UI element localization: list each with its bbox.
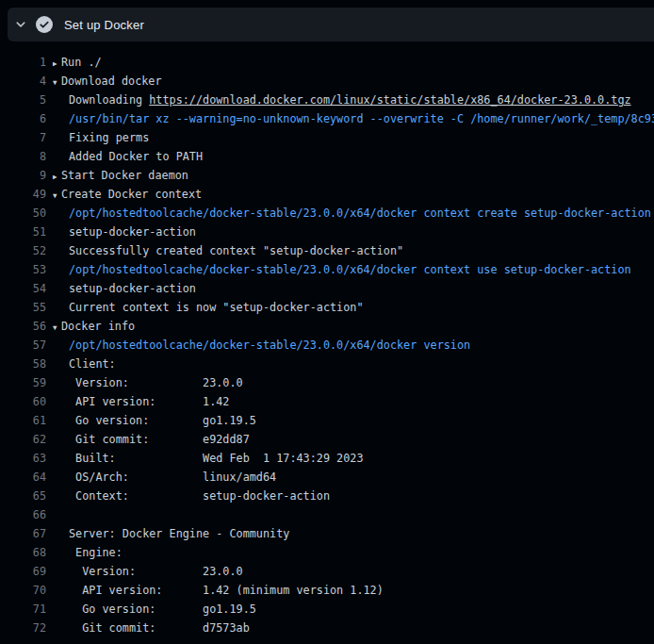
log-group-row: 49▼Create Docker context [0,185,654,204]
log-line-number[interactable]: 49 [0,185,46,204]
log-line-number[interactable]: 68 [0,543,46,562]
log-group-title: Run ./ [61,56,102,69]
log-line-number[interactable]: 55 [0,298,46,317]
log-text: Downloading [69,93,149,107]
log-line: 55Current context is now "setup-docker-a… [0,298,654,317]
log-line: 54setup-docker-action [0,279,654,298]
log-line-number[interactable]: 61 [0,411,46,430]
log-text: Git commit: d7573ab [69,619,250,637]
log-line-number[interactable]: 56 [0,317,46,336]
log-line: 61 Go version: go1.19.5 [0,411,654,430]
log-line-number[interactable]: 6 [0,109,46,128]
log-line: 69 Version: 23.0.0 [0,562,654,581]
log-group-header[interactable]: ▼Create Docker context [53,185,202,204]
group-expanded-triangle-icon: ▼ [53,319,61,336]
step-title: Set up Docker [64,18,144,32]
log-line-number[interactable]: 4 [0,72,46,91]
log-line: 5Downloading https://download.docker.com… [0,91,654,109]
log-line-number[interactable]: 50 [0,204,46,223]
log-group-title: Start Docker daemon [61,169,188,182]
log-group-title: Download docker [61,74,162,88]
log-command-text: /opt/hostedtoolcache/docker-stable/23.0.… [69,336,470,355]
log-line: 68 Engine: [0,543,654,562]
log-text: Client: [69,355,116,373]
log-line: 58Client: [0,355,654,373]
log-command-text: /opt/hostedtoolcache/docker-stable/23.0.… [69,204,651,223]
log-text: API version: 1.42 [69,392,229,411]
log-line: 67Server: Docker Engine - Community [0,524,654,543]
log-line: 59 Version: 23.0.0 [0,373,654,392]
log-line: 6/usr/bin/tar xz --warning=no-unknown-ke… [0,109,654,128]
log-viewer: 1▶Run ./4▼Download docker5Downloading ht… [0,53,654,637]
log-text: Built: Wed Feb 1 17:43:29 2023 [69,449,364,468]
log-group-row: 9▶Start Docker daemon [0,166,654,185]
log-line-number[interactable]: 1 [0,53,46,72]
log-line-number[interactable]: 7 [0,128,46,147]
step-header[interactable]: Set up Docker [8,8,654,41]
group-collapsed-triangle-icon: ▶ [53,55,61,72]
log-text: Go version: go1.19.5 [69,411,256,430]
log-line-number[interactable]: 59 [0,373,46,392]
log-line-number[interactable]: 66 [0,505,46,524]
log-text: Version: 23.0.0 [69,373,243,392]
log-command-text: /opt/hostedtoolcache/docker-stable/23.0.… [69,260,631,279]
log-line-number[interactable]: 58 [0,355,46,373]
log-line-number[interactable]: 9 [0,166,46,185]
log-line-number[interactable]: 65 [0,487,46,505]
log-line: 8Added Docker to PATH [0,147,654,166]
log-command-text: /usr/bin/tar xz --warning=no-unknown-key… [69,109,654,128]
log-line: 65 Context: setup-docker-action [0,487,654,505]
log-group-row: 4▼Download docker [0,72,654,91]
log-line-number[interactable]: 54 [0,279,46,298]
log-text: Context: setup-docker-action [69,487,330,505]
log-line: 52Successfully created context "setup-do… [0,241,654,260]
log-group-header[interactable]: ▶Start Docker daemon [53,166,188,185]
log-line-number[interactable]: 72 [0,619,46,637]
log-line-number[interactable]: 67 [0,524,46,543]
log-line-number[interactable]: 52 [0,241,46,260]
actions-log-page: { "step": { "title": "Set up Docker", "s… [0,0,654,644]
log-group-title: Create Docker context [61,188,202,201]
log-line-number[interactable]: 71 [0,600,46,619]
log-text: Version: 23.0.0 [69,562,243,581]
log-line-number[interactable]: 53 [0,260,46,279]
log-line-number[interactable]: 70 [0,581,46,600]
log-text: OS/Arch: linux/amd64 [69,468,276,487]
log-line-number[interactable]: 63 [0,449,46,468]
log-text: Engine: [69,543,123,562]
log-text: Go version: go1.19.5 [69,600,256,619]
log-group-header[interactable]: ▼Docker info [53,317,135,336]
log-line-number[interactable]: 69 [0,562,46,581]
log-line-number[interactable]: 5 [0,91,46,109]
group-collapsed-triangle-icon: ▶ [53,168,61,185]
log-line: 63 Built: Wed Feb 1 17:43:29 2023 [0,449,654,468]
log-line: 62 Git commit: e92dd87 [0,430,654,449]
log-line: 60 API version: 1.42 [0,392,654,411]
group-expanded-triangle-icon: ▼ [53,187,61,204]
log-line-number[interactable]: 64 [0,468,46,487]
log-link[interactable]: https://download.docker.com/linux/static… [149,93,630,107]
log-line: 70 API version: 1.42 (minimum version 1.… [0,581,654,600]
log-line: 50/opt/hostedtoolcache/docker-stable/23.… [0,204,654,223]
chevron-down-icon [15,19,26,30]
log-text: Git commit: e92dd87 [69,430,250,449]
log-line-number[interactable]: 60 [0,392,46,411]
log-line-number[interactable]: 57 [0,336,46,355]
log-line: 72 Git commit: d7573ab [0,619,654,637]
log-group-header[interactable]: ▼Download docker [53,72,162,91]
log-text: setup-docker-action [69,279,196,298]
log-text: Added Docker to PATH [69,147,203,166]
log-line: 53/opt/hostedtoolcache/docker-stable/23.… [0,260,654,279]
log-line-number[interactable]: 51 [0,223,46,241]
log-text: setup-docker-action [69,223,196,241]
log-group-header[interactable]: ▶Run ./ [53,53,102,72]
log-group-row: 1▶Run ./ [0,53,654,72]
log-line: 64 OS/Arch: linux/amd64 [0,468,654,487]
log-text: Fixing perms [69,128,149,147]
log-text: Current context is now "setup-docker-act… [69,298,364,317]
log-line-number[interactable]: 62 [0,430,46,449]
step-success-icon [36,16,53,33]
log-text: Downloading https://download.docker.com/… [69,91,631,109]
log-line-number[interactable]: 8 [0,147,46,166]
log-text: API version: 1.42 (minimum version 1.12) [69,581,384,600]
